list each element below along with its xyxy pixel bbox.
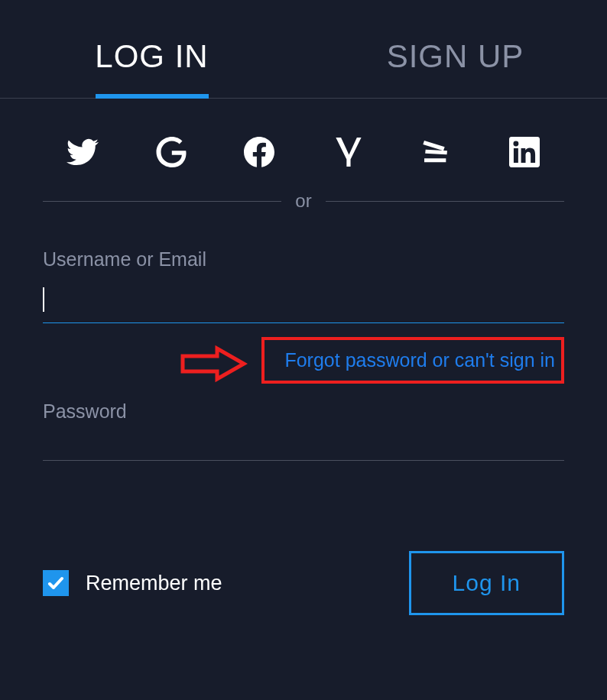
login-button[interactable]: Log In <box>409 551 564 615</box>
yandex-icon[interactable] <box>331 135 365 169</box>
facebook-icon[interactable] <box>242 135 276 169</box>
stackoverflow-icon[interactable] <box>419 135 453 169</box>
bottom-row: Remember me Log In <box>43 551 564 615</box>
divider-line-left <box>43 201 281 202</box>
login-form: or Username or Email Forgot password or … <box>0 99 607 615</box>
tab-signup[interactable]: SIGN UP <box>304 0 607 98</box>
divider: or <box>43 190 564 212</box>
google-icon[interactable] <box>154 135 188 169</box>
password-input[interactable] <box>43 430 564 461</box>
annotation-arrow-icon <box>179 345 248 383</box>
twitter-icon[interactable] <box>66 135 99 169</box>
forgot-row: Forgot password or can't sign in <box>43 337 564 384</box>
username-input[interactable] <box>43 278 564 323</box>
password-label: Password <box>43 400 564 423</box>
text-cursor <box>43 287 44 312</box>
linkedin-icon[interactable] <box>508 135 541 169</box>
auth-tabs: LOG IN SIGN UP <box>0 0 607 99</box>
checkbox-checked-icon <box>43 570 69 596</box>
divider-text: or <box>295 190 311 212</box>
username-label: Username or Email <box>43 248 564 271</box>
divider-line-right <box>326 201 564 202</box>
annotation-highlight-box: Forgot password or can't sign in <box>261 337 564 384</box>
social-login-row <box>43 99 564 190</box>
password-field-group: Password <box>43 400 564 461</box>
tab-login[interactable]: LOG IN <box>0 0 304 98</box>
username-field-group: Username or Email <box>43 248 564 323</box>
forgot-password-link[interactable]: Forgot password or can't sign in <box>284 349 555 371</box>
remember-me-checkbox[interactable]: Remember me <box>43 570 222 596</box>
remember-me-label: Remember me <box>86 572 222 595</box>
